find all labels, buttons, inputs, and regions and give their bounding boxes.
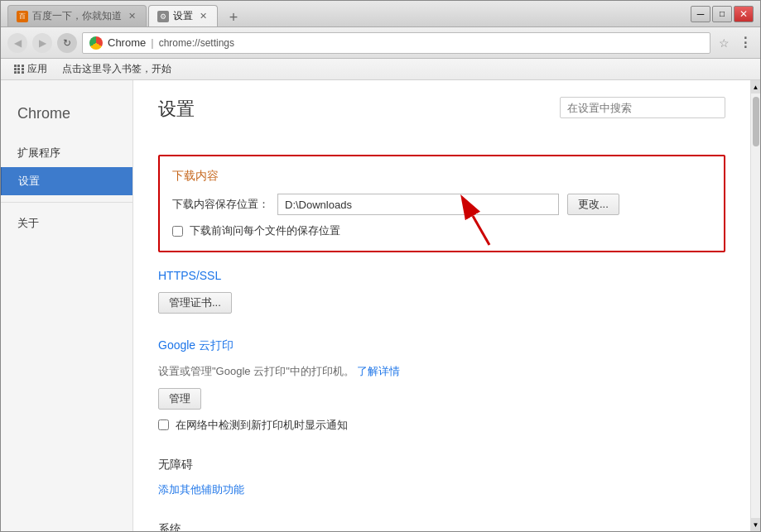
- address-bar[interactable]: Chrome | chrome://settings: [82, 32, 710, 54]
- sidebar-item-about[interactable]: 关于: [1, 209, 132, 237]
- system-title: 系统: [158, 522, 725, 532]
- scrollbar[interactable]: ▲ ▼: [750, 80, 760, 531]
- title-bar: 百 百度一下，你就知道 ✕ ⚙ 设置 ✕ + ─ □ ✕: [1, 1, 760, 27]
- sidebar-item-settings[interactable]: 设置: [1, 167, 132, 195]
- cloud-print-learn-more[interactable]: 了解详情: [357, 365, 400, 377]
- tab-baidu[interactable]: 百 百度一下，你就知道 ✕: [7, 5, 147, 26]
- https-ssl-title: HTTPS/SSL: [158, 269, 725, 282]
- bookmark-import-link[interactable]: 点击这里导入书签，开始: [59, 60, 175, 78]
- scrollbar-thumb[interactable]: [753, 97, 759, 146]
- address-url: chrome://settings: [159, 37, 234, 49]
- cloud-print-desc: 设置或管理"Google 云打印"中的打印机。 了解详情: [158, 363, 725, 380]
- tabs-area: 百 百度一下，你就知道 ✕ ⚙ 设置 ✕ +: [7, 1, 684, 26]
- chrome-logo-icon: [89, 36, 103, 50]
- cloud-print-title: Google 云打印: [158, 338, 725, 353]
- maximize-button[interactable]: □: [712, 6, 732, 22]
- baidu-icon: 百: [17, 11, 28, 22]
- https-ssl-section: HTTPS/SSL 管理证书...: [158, 269, 725, 314]
- minimize-button[interactable]: ─: [691, 6, 710, 22]
- back-button[interactable]: ◀: [7, 33, 27, 53]
- sidebar-brand: Chrome: [1, 97, 132, 139]
- apps-button[interactable]: 应用: [9, 60, 52, 78]
- tab-settings-label: 设置: [173, 9, 193, 23]
- refresh-button[interactable]: ↻: [57, 33, 77, 53]
- system-section: 系统 关闭 Google Chrome 后继续运行后台应用: [158, 522, 725, 532]
- download-path-row: 下载内容保存位置： 更改...: [172, 194, 711, 215]
- accessibility-section: 无障碍 添加其他辅助功能: [158, 458, 725, 497]
- download-section-title: 下载内容: [172, 169, 711, 184]
- browser-window: 百 百度一下，你就知道 ✕ ⚙ 设置 ✕ + ─ □ ✕ ◀ ▶ ↻ Chrom…: [0, 0, 761, 532]
- manage-print-row: 管理: [158, 388, 725, 410]
- address-brand: Chrome: [108, 36, 146, 49]
- manage-print-button[interactable]: 管理: [158, 388, 201, 410]
- main-area: Chrome 扩展程序 设置 关于 设置 下载内容 下载内容保存位置：: [1, 80, 760, 531]
- manage-certs-row: 管理证书...: [158, 292, 725, 314]
- download-path-label: 下载内容保存位置：: [172, 197, 269, 212]
- notify-printer-label: 在网络中检测到新打印机时显示通知: [176, 418, 348, 433]
- tab-baidu-close[interactable]: ✕: [126, 11, 137, 22]
- content-header: 设置: [158, 97, 725, 138]
- ask-save-location-checkbox[interactable]: [172, 226, 183, 237]
- sidebar-divider: [1, 202, 132, 203]
- cloud-print-section: Google 云打印 设置或管理"Google 云打印"中的打印机。 了解详情 …: [158, 338, 725, 433]
- settings-search-input[interactable]: [560, 97, 725, 118]
- sidebar: Chrome 扩展程序 设置 关于: [1, 80, 133, 531]
- tab-settings[interactable]: ⚙ 设置 ✕: [148, 5, 218, 26]
- address-separator: |: [151, 36, 153, 49]
- scrollbar-down[interactable]: ▼: [751, 518, 761, 531]
- page-title: 设置: [158, 97, 195, 122]
- change-path-button[interactable]: 更改...: [567, 194, 619, 215]
- bookmarks-bar: 应用 点击这里导入书签，开始: [1, 59, 760, 80]
- tab-settings-close[interactable]: ✕: [197, 11, 209, 22]
- notify-printer-checkbox[interactable]: [158, 419, 169, 430]
- ask-save-location-row: 下载前询问每个文件的保存位置: [172, 223, 711, 238]
- download-path-input[interactable]: [277, 194, 559, 215]
- tab-baidu-label: 百度一下，你就知道: [32, 9, 122, 23]
- apps-grid-icon: [14, 65, 24, 74]
- settings-icon-tab: ⚙: [157, 11, 169, 22]
- settings-content: 设置 下载内容 下载内容保存位置： 更改... 下载前询问每个文件的保存位置 H…: [133, 80, 750, 531]
- manage-certs-button[interactable]: 管理证书...: [158, 292, 232, 314]
- new-tab-button[interactable]: +: [223, 8, 244, 26]
- sidebar-item-extensions[interactable]: 扩展程序: [1, 139, 132, 167]
- chrome-menu-button[interactable]: ⋮: [737, 35, 754, 51]
- add-accessibility-link[interactable]: 添加其他辅助功能: [158, 483, 244, 496]
- ask-save-location-label: 下载前询问每个文件的保存位置: [190, 223, 340, 238]
- forward-button[interactable]: ▶: [32, 33, 52, 53]
- apps-label: 应用: [27, 62, 47, 76]
- download-section: 下载内容 下载内容保存位置： 更改... 下载前询问每个文件的保存位置: [158, 155, 725, 252]
- close-button[interactable]: ✕: [734, 6, 754, 22]
- notify-printer-row: 在网络中检测到新打印机时显示通知: [158, 418, 725, 433]
- accessibility-title: 无障碍: [158, 458, 725, 472]
- window-controls: ─ □ ✕: [691, 6, 754, 22]
- scrollbar-up[interactable]: ▲: [751, 80, 761, 93]
- bookmark-star-button[interactable]: ☆: [715, 35, 732, 51]
- address-bar-row: ◀ ▶ ↻ Chrome | chrome://settings ☆ ⋮: [1, 27, 760, 59]
